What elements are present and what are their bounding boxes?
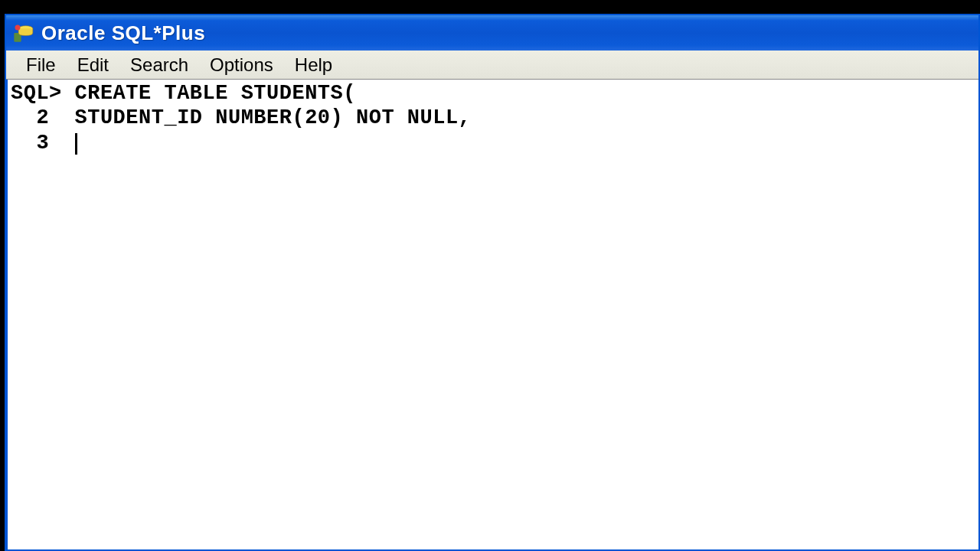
menu-file[interactable]: File xyxy=(15,51,67,79)
menubar: File Edit Search Options Help xyxy=(6,51,978,80)
app-window: Oracle SQL*Plus File Edit Search Options… xyxy=(5,14,980,551)
app-icon xyxy=(12,22,34,44)
menu-search[interactable]: Search xyxy=(119,51,199,79)
menu-edit[interactable]: Edit xyxy=(67,51,119,79)
terminal-content[interactable]: SQL> CREATE TABLE STUDENTS( 2 STUDENT_ID… xyxy=(6,80,978,549)
sql-text: STUDENT_ID NUMBER(20) NOT NULL, xyxy=(75,106,472,129)
titlebar[interactable]: Oracle SQL*Plus xyxy=(6,15,978,51)
terminal-line: SQL> CREATE TABLE STUDENTS( xyxy=(11,81,975,106)
cursor-icon xyxy=(75,133,77,155)
svg-point-2 xyxy=(15,25,21,31)
line-number: 2 xyxy=(11,106,75,129)
terminal-line: 3 xyxy=(11,131,975,155)
sql-text: CREATE TABLE STUDENTS( xyxy=(75,82,356,105)
line-number: 3 xyxy=(11,132,75,155)
window-title: Oracle SQL*Plus xyxy=(41,21,205,45)
sql-prompt: SQL> xyxy=(11,82,75,105)
menu-help[interactable]: Help xyxy=(284,51,343,79)
menu-options[interactable]: Options xyxy=(199,51,284,79)
terminal-line: 2 STUDENT_ID NUMBER(20) NOT NULL, xyxy=(11,106,975,130)
